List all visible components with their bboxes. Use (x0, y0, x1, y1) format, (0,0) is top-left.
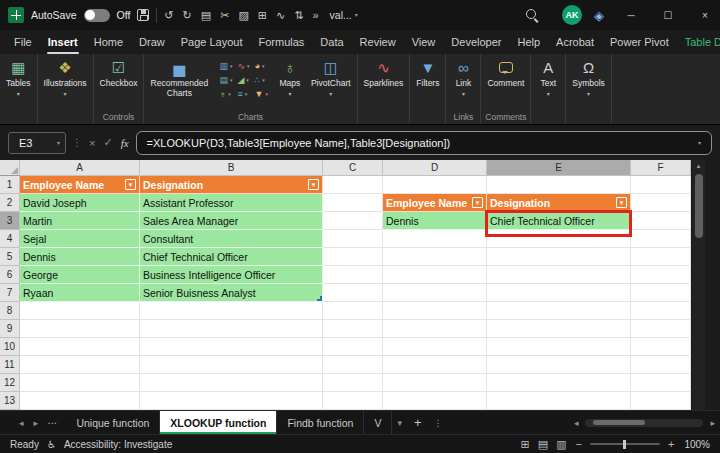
cell-D5[interactable] (383, 248, 487, 266)
comment-button[interactable]: Comment (482, 57, 529, 89)
cell-B10[interactable] (140, 338, 323, 356)
row-header-6[interactable]: 6 (0, 266, 20, 284)
column-header-C[interactable]: C (323, 160, 383, 176)
search-icon[interactable] (526, 9, 539, 22)
cell-B3[interactable]: Sales Area Manager (140, 212, 323, 230)
ribbon-tab-file[interactable]: File (6, 30, 40, 54)
area-chart-icon[interactable]: ◢▾ (237, 74, 249, 86)
prev-sheet-icon[interactable]: ◂ (14, 418, 29, 428)
maps-button[interactable]: ♁Maps▾ (274, 57, 306, 98)
autosave-toggle[interactable] (84, 9, 110, 22)
cell-F5[interactable] (631, 248, 691, 266)
cell-B9[interactable] (140, 320, 323, 338)
hscroll-right-icon[interactable]: ▸ (705, 418, 720, 428)
ribbon-tab-insert[interactable]: Insert (40, 30, 86, 54)
ribbon-tab-formulas[interactable]: Formulas (251, 30, 313, 54)
cell-A7[interactable]: Ryaan (20, 284, 140, 302)
pie-chart-icon[interactable]: ◕▾ (254, 60, 267, 72)
cell-F12[interactable] (631, 374, 691, 392)
funnel-chart-icon[interactable]: ▼▾ (254, 88, 267, 100)
checkbox-button[interactable]: ☑Checkbox (95, 57, 143, 89)
cell-C5[interactable] (323, 248, 383, 266)
page-layout-view-icon[interactable]: ▤ (537, 438, 549, 451)
picture-icon[interactable]: ▨ (238, 9, 248, 22)
ribbon-tab-view[interactable]: View (404, 30, 444, 54)
cell-C1[interactable] (323, 176, 383, 194)
doc-dropdown[interactable]: val... ▾ (330, 9, 358, 21)
column-header-E[interactable]: E (487, 160, 631, 176)
row-header-9[interactable]: 9 (0, 320, 20, 338)
vertical-scrollbar[interactable]: ▴ (692, 160, 705, 410)
column-header-D[interactable]: D (383, 160, 487, 176)
horizontal-scrollbar-thumb[interactable] (593, 420, 645, 425)
cell-C9[interactable] (323, 320, 383, 338)
scatter-chart-icon[interactable]: ∴▾ (254, 74, 267, 86)
ribbon-tab-draw[interactable]: Draw (131, 30, 173, 54)
cut-icon[interactable]: ✂ (220, 9, 229, 22)
cell-B2[interactable]: Assistant Professor (140, 194, 323, 212)
cell-C11[interactable] (323, 356, 383, 374)
cell-F4[interactable] (631, 230, 691, 248)
cell-B1[interactable]: Designation▼ (140, 176, 323, 194)
cell-E5[interactable] (487, 248, 631, 266)
ribbon-tab-acrobat[interactable]: Acrobat (548, 30, 602, 54)
sheet-options-icon[interactable]: ▾ (392, 418, 407, 428)
cell-D1[interactable] (383, 176, 487, 194)
cell-A13[interactable] (20, 392, 140, 410)
cell-F2[interactable] (631, 194, 691, 212)
cell-F11[interactable] (631, 356, 691, 374)
ribbon-tab-review[interactable]: Review (352, 30, 404, 54)
cell-A8[interactable] (20, 302, 140, 320)
cell-A1[interactable]: Employee Name▼ (20, 176, 140, 194)
cell-E1[interactable] (487, 176, 631, 194)
cell-E2[interactable]: Designation▼ (487, 194, 631, 212)
insert-table-icon[interactable]: ⊞ (258, 9, 267, 22)
select-all-corner[interactable] (0, 160, 20, 176)
cell-D9[interactable] (383, 320, 487, 338)
cell-A6[interactable]: George (20, 266, 140, 284)
cell-D7[interactable] (383, 284, 487, 302)
copilot-icon[interactable]: ◈ (594, 8, 604, 23)
row-header-2[interactable]: 2 (0, 194, 20, 212)
qat-overflow-icon[interactable]: » (312, 9, 318, 21)
cell-C10[interactable] (323, 338, 383, 356)
add-sheet-button[interactable]: + (407, 415, 429, 430)
link-button[interactable]: ∞Link▾ (447, 57, 479, 98)
zoom-out-icon[interactable]: − (576, 438, 582, 450)
row-header-8[interactable]: 8 (0, 302, 20, 320)
column-header-A[interactable]: A (20, 160, 140, 176)
minimize-button[interactable]: ─ (616, 0, 646, 30)
cell-E6[interactable] (487, 266, 631, 284)
row-header-4[interactable]: 4 (0, 230, 20, 248)
cell-A9[interactable] (20, 320, 140, 338)
ribbon-tab-data[interactable]: Data (312, 30, 351, 54)
paste-icon[interactable]: ▤ (201, 9, 211, 22)
zoom-percent[interactable]: 100% (684, 439, 710, 450)
cell-C4[interactable] (323, 230, 383, 248)
row-header-13[interactable]: 13 (0, 392, 20, 410)
formula-bar-expand-icon[interactable]: ▾ (698, 140, 701, 146)
tabbar-more-icon[interactable]: ⋮ (429, 418, 448, 428)
filter-icon[interactable]: ▼ (616, 197, 627, 208)
row-header-3[interactable]: 3 (0, 212, 20, 230)
ribbon-tab-home[interactable]: Home (86, 30, 131, 54)
row-header-1[interactable]: 1 (0, 176, 20, 194)
ribbon-tab-help[interactable]: Help (509, 30, 548, 54)
cell-E4[interactable] (487, 230, 631, 248)
column-header-B[interactable]: B (140, 160, 323, 176)
cell-A5[interactable]: Dennis (20, 248, 140, 266)
cell-A11[interactable] (20, 356, 140, 374)
cell-B4[interactable]: Consultant (140, 230, 323, 248)
symbols-button[interactable]: ΩSymbols▾ (567, 57, 610, 98)
row-header-11[interactable]: 11 (0, 356, 20, 374)
cell-B8[interactable] (140, 302, 323, 320)
ribbon-tab-page-layout[interactable]: Page Layout (173, 30, 251, 54)
zoom-slider[interactable] (590, 443, 660, 446)
cell-A10[interactable] (20, 338, 140, 356)
cell-D10[interactable] (383, 338, 487, 356)
ribbon-tab-table-design[interactable]: Table Design (677, 30, 720, 54)
cell-E8[interactable] (487, 302, 631, 320)
cell-F3[interactable] (631, 212, 691, 230)
maximize-button[interactable]: ☐ (653, 0, 683, 30)
cell-F6[interactable] (631, 266, 691, 284)
